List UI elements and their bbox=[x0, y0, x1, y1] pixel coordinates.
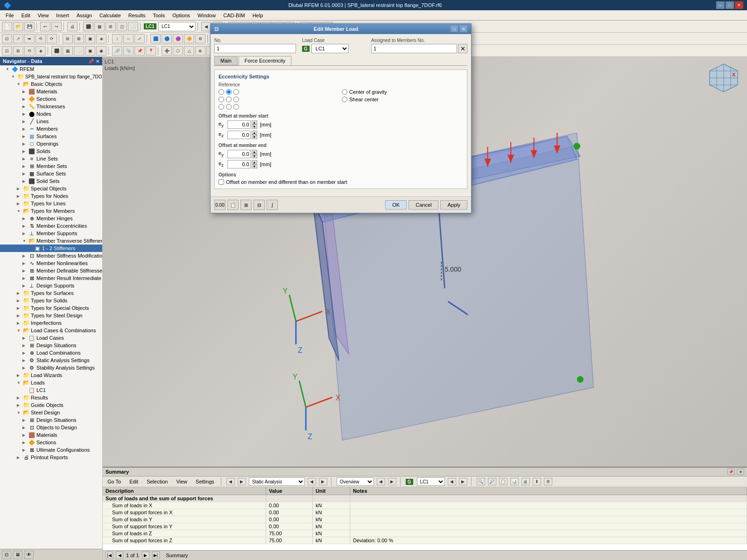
tb2-b3[interactable]: ▣ bbox=[85, 34, 95, 43]
nav-close[interactable]: ✕ bbox=[96, 59, 99, 64]
cancel-button[interactable]: Cancel bbox=[409, 200, 438, 210]
nav-item-nodes[interactable]: ▶ ⬤ Nodes bbox=[0, 110, 102, 118]
radio-r3[interactable] bbox=[233, 89, 239, 95]
tb2-d4[interactable]: 🔶 bbox=[184, 34, 194, 43]
offset-diff-checkbox[interactable] bbox=[218, 179, 224, 185]
nav-item-types-nodes[interactable]: ▶ 📁 Types for Nodes bbox=[0, 192, 102, 200]
footer-icon-5[interactable]: ∫ bbox=[267, 200, 278, 210]
ez-end-field[interactable] bbox=[227, 160, 251, 168]
summary-menu-view[interactable]: View bbox=[173, 478, 190, 485]
tb3-a3[interactable]: ⟲ bbox=[24, 46, 35, 56]
nav-item-static-settings[interactable]: ▶ ⚙ Static Analysis Settings bbox=[0, 357, 102, 364]
nav-item-member-supports[interactable]: ▶ ⊥ Member Supports bbox=[0, 230, 102, 237]
ey-end-field[interactable] bbox=[227, 150, 251, 158]
ey-end-up[interactable]: ▲ bbox=[252, 150, 257, 154]
nav-item-ultimate-config[interactable]: ▶ ⊠ Ultimate Configurations bbox=[0, 446, 102, 454]
summary-menu-goto[interactable]: Go To bbox=[105, 478, 124, 485]
tb3-b3[interactable]: ⬜ bbox=[74, 46, 84, 56]
tb3-d1[interactable]: ➕ bbox=[162, 46, 172, 56]
tb3-b2[interactable]: ▦ bbox=[63, 46, 73, 56]
footer-icon-2[interactable]: 📋 bbox=[227, 200, 239, 210]
menu-cad-bim[interactable]: CAD-BIM bbox=[219, 12, 248, 19]
nav-item-sections2[interactable]: ▶ 🔶 Sections bbox=[0, 439, 102, 446]
radio-r9[interactable] bbox=[233, 104, 239, 110]
ey-start-field[interactable] bbox=[227, 120, 251, 129]
summary-tb10[interactable]: 🔎 bbox=[488, 478, 496, 485]
nav-item-types-lines[interactable]: ▶ 📁 Types for Lines bbox=[0, 200, 102, 207]
radio-r5[interactable] bbox=[226, 97, 232, 102]
nav-item-stability-settings[interactable]: ▶ ⚙ Stability Analysis Settings bbox=[0, 364, 102, 371]
nav-view-btn[interactable]: 👁 bbox=[24, 551, 34, 559]
tb3-b1[interactable]: ⬛ bbox=[51, 46, 62, 56]
menu-options[interactable]: Options bbox=[169, 12, 194, 19]
nav-item-types-surfaces[interactable]: ▶ 📁 Types for Surfaces bbox=[0, 289, 102, 297]
nav-item-file[interactable]: ▼ 📁 SPB_lateral restraint top flange_7DO… bbox=[0, 73, 102, 80]
nav-item-sections[interactable]: ▶ 🔶 Sections bbox=[0, 95, 102, 103]
nav-item-load-wizards[interactable]: ▶ 📁 Load Wizards bbox=[0, 371, 102, 379]
radio-sc[interactable] bbox=[342, 97, 347, 102]
tb2-b4[interactable]: ◈ bbox=[96, 34, 106, 43]
summary-menu-settings[interactable]: Settings bbox=[193, 478, 217, 485]
page-last[interactable]: ▶| bbox=[152, 552, 160, 559]
summary-tb9[interactable]: 🔍 bbox=[477, 478, 485, 485]
no-input[interactable] bbox=[214, 44, 296, 53]
nav-item-materials[interactable]: ▶ 🟫 Materials bbox=[0, 88, 102, 95]
tb3-b5[interactable]: ◉ bbox=[96, 46, 106, 56]
menu-view[interactable]: View bbox=[34, 12, 53, 19]
nav-item-types-steel[interactable]: ▶ 📁 Types for Steel Design bbox=[0, 312, 102, 319]
nav-item-member-hinges[interactable]: ▶ ⊕ Member Hinges bbox=[0, 215, 102, 222]
tb3-d4[interactable]: ⊗ bbox=[195, 46, 205, 56]
summary-tb1[interactable]: ◀ bbox=[226, 478, 235, 485]
tb3-d2[interactable]: ⬡ bbox=[173, 46, 183, 56]
nav-item-types-special[interactable]: ▶ 📁 Types for Special Objects bbox=[0, 304, 102, 312]
radio-r4[interactable] bbox=[218, 97, 224, 102]
ok-button[interactable]: OK bbox=[385, 200, 407, 210]
nav-item-member-eccentricities[interactable]: ▶ ⇅ Member Eccentricities bbox=[0, 222, 102, 230]
ey-end-down[interactable]: ▼ bbox=[252, 154, 257, 158]
nav-item-design-situations[interactable]: ▶ ⊞ Design Situations bbox=[0, 342, 102, 349]
tb-b2[interactable]: ▦ bbox=[94, 22, 105, 31]
apply-button[interactable]: Apply bbox=[440, 200, 467, 210]
tb3-d3[interactable]: △ bbox=[184, 46, 194, 56]
tb2-a5[interactable]: ⟳ bbox=[47, 34, 57, 43]
nav-item-basic-objects[interactable]: ▼ 📂 Basic Objects bbox=[0, 80, 102, 88]
tb-new[interactable]: 📄 bbox=[2, 22, 12, 31]
menu-results[interactable]: Results bbox=[125, 12, 149, 19]
summary-tb3[interactable]: ◀ bbox=[308, 478, 316, 485]
nav-item-types-solids[interactable]: ▶ 📁 Types for Solids bbox=[0, 297, 102, 304]
ey-start-up[interactable]: ▲ bbox=[252, 120, 257, 125]
tb2-c2[interactable]: ↔ bbox=[123, 34, 134, 43]
menu-insert[interactable]: Insert bbox=[52, 12, 73, 19]
nav-item-loads[interactable]: ▼ 📂 Loads bbox=[0, 379, 102, 386]
nav-item-printout[interactable]: ▶ 🖨 Printout Reports bbox=[0, 454, 102, 461]
nav-item-stiffeners[interactable]: ▣ 1 - 2 Stiffeners bbox=[0, 245, 102, 252]
nav-item-solids[interactable]: ▶ ⬛ Solids bbox=[0, 147, 102, 155]
summary-analysis-select[interactable]: Static Analysis bbox=[249, 477, 305, 486]
nav-item-materials2[interactable]: ▶ 🟫 Materials bbox=[0, 431, 102, 439]
menu-edit[interactable]: Edit bbox=[18, 12, 34, 19]
tb-b1[interactable]: ⬛ bbox=[83, 22, 93, 31]
close-button[interactable]: ✕ bbox=[735, 1, 743, 9]
footer-icon-1[interactable]: 0.00 bbox=[214, 200, 226, 210]
menu-file[interactable]: File bbox=[2, 12, 18, 19]
menu-help[interactable]: Help bbox=[249, 12, 267, 19]
tb3-c1[interactable]: 🔗 bbox=[112, 46, 122, 56]
nav-data-btn[interactable]: ⊡ bbox=[2, 551, 11, 559]
ez-start-field[interactable] bbox=[227, 131, 251, 139]
page-prev[interactable]: ◀ bbox=[116, 552, 123, 559]
nav-item-solid-sets[interactable]: ▶ ⬛ Solid Sets bbox=[0, 177, 102, 185]
tb-b3[interactable]: ⊞ bbox=[106, 22, 116, 31]
nav-item-load-combinations[interactable]: ▶ ⊕ Load Combinations bbox=[0, 349, 102, 357]
tb3-b4[interactable]: ▣ bbox=[85, 46, 95, 56]
nav-item-results[interactable]: ▶ 📁 Results bbox=[0, 394, 102, 401]
load-case-select[interactable]: LC1 bbox=[311, 44, 349, 53]
tb2-a4[interactable]: ⟲ bbox=[35, 34, 46, 43]
nav-item-definable-stiffness[interactable]: ▶ ⊞ Member Definable Stiffnesses bbox=[0, 267, 102, 274]
tb2-c3[interactable]: ⤢ bbox=[134, 34, 145, 43]
nav-item-openings[interactable]: ▶ □ Openings bbox=[0, 140, 102, 147]
nav-item-member-sets[interactable]: ▶ ⊞ Member Sets bbox=[0, 162, 102, 170]
tb2-a2[interactable]: ↗ bbox=[13, 34, 23, 43]
radio-r2[interactable] bbox=[226, 89, 232, 95]
tb2-d5[interactable]: ⚙ bbox=[195, 34, 205, 43]
nav-item-surface-sets[interactable]: ▶ ▦ Surface Sets bbox=[0, 170, 102, 177]
